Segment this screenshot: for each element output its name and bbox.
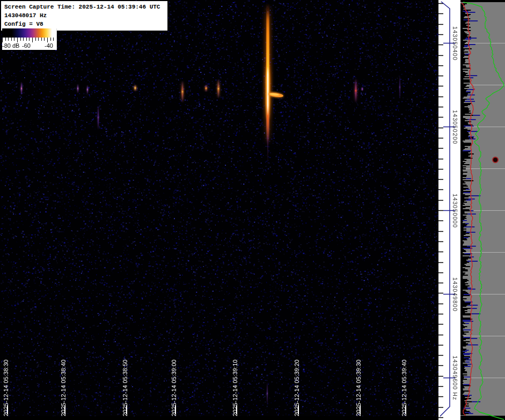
time-axis-tick [126,406,127,414]
time-axis-label: 2025-12-14 05:39:00 [171,359,177,416]
center-frequency-text: 143048017 Hz [4,11,165,20]
frequency-axis-label: 143050000 [452,194,458,228]
time-axis-label: 2025-12-14 05:39:10 [232,359,238,416]
screen-capture: 2025-12-14 05:38:302025-12-14 05:38:4020… [0,0,505,420]
frequency-axis-label: 143049800 [452,277,458,312]
time-axis-label: 2025-12-14 05:39:30 [355,359,362,416]
time-axis-label: 2025-12-14 05:39:20 [294,359,300,416]
color-scale-labels: -80 dB -60 -40 [2,42,56,50]
time-axis-tick [175,406,176,414]
scale-label-minus80db: -80 dB [2,42,19,49]
scale-label-minus40db: -40 [45,42,53,49]
frequency-axis-label: 143050400 [452,26,458,61]
time-axis-tick [360,406,361,414]
live-spectrum-panel [460,0,505,420]
scale-label-minus60db: -60 [22,42,31,49]
time-axis-label: 2025-12-14 05:38:40 [60,359,67,416]
frequency-axis-label: 143049600 Hz [452,356,458,401]
intensity-color-scale: -80 dB -60 -40 [2,28,57,50]
time-axis-tick [64,406,65,414]
time-axis-tick [7,406,8,414]
capture-time-text: Screen Capture Time: 2025-12-14 05:39:46… [4,3,165,11]
frequency-axis-label: 143050200 [452,110,458,144]
spectrogram-waterfall [0,0,439,420]
color-scale-ticks [2,38,56,42]
config-text: Config = V8 [4,20,165,28]
time-axis-label: 2025-12-14 05:38:50 [122,359,128,416]
color-scale-gradient [2,28,56,38]
time-axis-tick [298,406,299,414]
time-axis-tick [236,406,237,414]
time-axis-label: 2025-12-14 05:38:30 [3,359,9,416]
capture-info-box: Screen Capture Time: 2025-12-14 05:39:46… [1,1,168,31]
time-axis-label: 2025-12-14 05:39:40 [401,359,407,416]
time-axis-tick [405,406,406,414]
